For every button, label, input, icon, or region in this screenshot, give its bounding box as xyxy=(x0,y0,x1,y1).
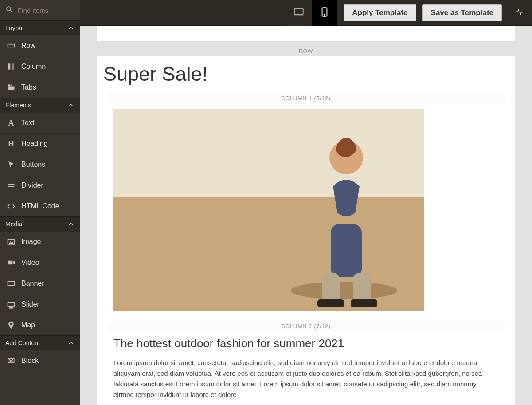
sidebar-item-label: Banner xyxy=(21,279,44,287)
sidebar-item-video[interactable]: Video xyxy=(0,252,80,273)
banner-icon xyxy=(6,279,16,288)
row-block[interactable]: ROW Super Sale! COLUMN 1 (5/12) xyxy=(97,46,515,405)
viewport-toggle xyxy=(286,0,337,26)
viewport-desktop-button[interactable] xyxy=(286,0,312,26)
column-1-block[interactable]: COLUMN 1 (5/12) xyxy=(107,94,505,316)
sidebar-item-buttons[interactable]: Buttons xyxy=(0,154,80,175)
svg-rect-33 xyxy=(317,299,344,307)
sidebar-item-label: Video xyxy=(21,259,39,267)
svg-marker-13 xyxy=(13,261,15,264)
sidebar-item-row[interactable]: Row xyxy=(0,35,80,56)
sidebar-item-html[interactable]: HTML Code xyxy=(0,196,80,216)
sidebar-item-tabs[interactable]: Tabs xyxy=(0,77,80,98)
text-icon: A xyxy=(6,118,16,128)
sidebar-item-label: Heading xyxy=(21,140,48,148)
column-label: COLUMN 1 (5/12) xyxy=(107,94,505,103)
svg-rect-7 xyxy=(10,84,12,86)
sidebar-item-label: Block xyxy=(21,357,39,365)
section-title: Elements xyxy=(5,102,31,109)
sidebar-item-divider[interactable]: Divider xyxy=(0,175,80,196)
sidebar-item-label: Image xyxy=(21,238,41,246)
svg-rect-6 xyxy=(8,84,10,86)
svg-line-1 xyxy=(10,10,12,12)
svg-rect-4 xyxy=(12,63,14,69)
divider-icon xyxy=(6,181,16,190)
column-label: COLUMN 2 (7/12) xyxy=(107,322,505,331)
chevron-up-icon xyxy=(67,24,74,31)
sidebar-item-label: Buttons xyxy=(21,161,45,169)
image-element[interactable] xyxy=(113,109,424,311)
sidebar-item-map[interactable]: Map xyxy=(0,315,80,335)
svg-point-28 xyxy=(291,282,397,299)
sidebar-item-label: HTML Code xyxy=(21,202,59,210)
heading-icon: H xyxy=(6,139,16,149)
sidebar-item-heading[interactable]: H Heading xyxy=(0,133,80,154)
svg-rect-14 xyxy=(8,282,15,285)
search-icon xyxy=(5,5,13,15)
tabs-icon xyxy=(6,83,16,92)
row-label: ROW xyxy=(97,47,515,56)
sidebar-item-label: Column xyxy=(21,63,46,71)
section-header-add-content[interactable]: Add Content xyxy=(0,335,80,350)
column-2-block[interactable]: COLUMN 2 (7/12) The hottest outdoor fash… xyxy=(107,322,505,405)
subheading-element[interactable]: The hottest outdoor fashion for summer 2… xyxy=(113,337,498,350)
sidebar-item-column[interactable]: Column xyxy=(0,56,80,77)
svg-point-18 xyxy=(12,308,13,309)
html-icon xyxy=(6,201,16,211)
sidebar-item-block[interactable]: Block xyxy=(0,350,80,371)
text-element[interactable]: Lorem ipsum dolor sit amet, consetetur s… xyxy=(113,358,498,400)
svg-point-25 xyxy=(324,14,325,15)
section-title: Layout xyxy=(5,24,24,31)
sidebar-item-label: Slider xyxy=(21,300,39,308)
sidebar-item-label: Divider xyxy=(21,181,43,189)
column-icon xyxy=(6,62,16,71)
viewport-mobile-button[interactable] xyxy=(312,0,337,26)
video-icon xyxy=(6,258,16,267)
mobile-icon xyxy=(319,6,330,20)
slider-icon xyxy=(6,299,16,309)
row-icon xyxy=(6,41,16,51)
exit-fullscreen-button[interactable] xyxy=(512,5,528,21)
sidebar-item-label: Tabs xyxy=(21,83,36,91)
sidebar-item-image[interactable]: Image xyxy=(0,231,80,252)
sidebar-item-label: Text xyxy=(21,119,34,127)
row-block-spacer[interactable] xyxy=(97,26,515,42)
svg-point-0 xyxy=(7,7,11,11)
apply-template-button[interactable]: Apply Template xyxy=(344,4,416,21)
heading-element[interactable]: Super Sale! xyxy=(101,58,511,94)
svg-rect-22 xyxy=(294,8,303,14)
search-input[interactable] xyxy=(18,7,74,14)
svg-rect-26 xyxy=(113,109,424,206)
section-header-media[interactable]: Media xyxy=(0,216,80,231)
map-pin-icon xyxy=(6,320,16,330)
svg-rect-31 xyxy=(322,273,340,304)
svg-rect-32 xyxy=(353,273,371,304)
sidebar-item-slider[interactable]: Slider xyxy=(0,294,80,315)
block-icon xyxy=(6,356,16,366)
section-header-elements[interactable]: Elements xyxy=(0,98,80,112)
canvas-viewport[interactable]: ROW Super Sale! COLUMN 1 (5/12) xyxy=(80,26,532,405)
svg-rect-34 xyxy=(351,299,377,307)
page-canvas: ROW Super Sale! COLUMN 1 (5/12) xyxy=(97,26,515,405)
chevron-up-icon xyxy=(67,339,74,346)
sidebar-item-label: Map xyxy=(21,321,35,329)
svg-rect-3 xyxy=(8,63,10,69)
collapse-icon xyxy=(516,8,524,18)
sidebar: Layout Row Column Tabs Elements A Text H… xyxy=(0,0,80,405)
save-template-button[interactable]: Save as Template xyxy=(422,4,502,21)
svg-rect-5 xyxy=(8,87,15,90)
section-title: Add Content xyxy=(5,339,40,346)
sidebar-item-banner[interactable]: Banner xyxy=(0,273,80,294)
svg-rect-12 xyxy=(8,261,13,264)
svg-rect-2 xyxy=(8,44,15,47)
sidebar-item-text[interactable]: A Text xyxy=(0,112,80,133)
sidebar-search[interactable] xyxy=(0,0,80,20)
section-header-layout[interactable]: Layout xyxy=(0,20,80,35)
desktop-icon xyxy=(293,6,305,20)
chevron-up-icon xyxy=(67,220,74,228)
topbar: Apply Template Save as Template xyxy=(80,0,532,26)
main: Apply Template Save as Template ROW Supe… xyxy=(80,0,532,405)
section-title: Media xyxy=(5,220,22,228)
svg-rect-15 xyxy=(8,303,15,306)
svg-point-16 xyxy=(10,308,11,309)
